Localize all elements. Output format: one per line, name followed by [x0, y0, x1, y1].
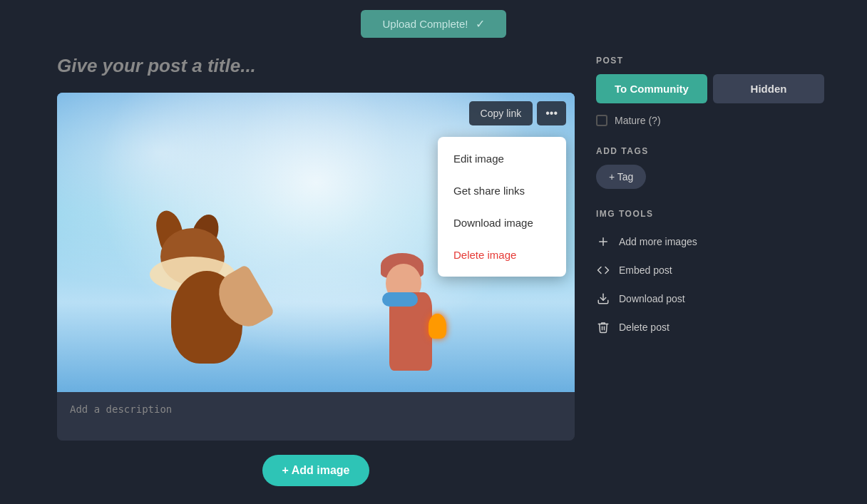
image-toolbar: Copy link ••• Edit image Get share links… — [469, 101, 566, 125]
mature-row: Mature (?) — [596, 115, 824, 126]
copy-link-button[interactable]: Copy link — [469, 101, 533, 125]
description-area — [57, 392, 575, 441]
eevee-figure — [150, 221, 264, 364]
image-area: Copy link ••• Edit image Get share links… — [57, 93, 575, 392]
download-post-row[interactable]: Download post — [596, 284, 824, 313]
trainer-figure — [375, 228, 446, 371]
top-bar: Upload Complete! ✓ — [0, 0, 867, 45]
checkmark-icon: ✓ — [476, 17, 485, 31]
img-tools-section: IMG TOOLS Add more images Embed post Dow… — [596, 209, 824, 341]
left-panel: Copy link ••• Edit image Get share links… — [57, 52, 575, 486]
delete-post-row[interactable]: Delete post — [596, 313, 824, 341]
image-container: Copy link ••• Edit image Get share links… — [57, 93, 575, 441]
description-input[interactable] — [70, 403, 562, 426]
download-icon — [596, 292, 610, 306]
more-options-button[interactable]: ••• — [537, 101, 566, 125]
get-share-links-item[interactable]: Get share links — [438, 175, 566, 207]
add-tags-label: ADD TAGS — [596, 146, 824, 156]
more-dots-icon: ••• — [545, 107, 558, 120]
embed-post-label: Embed post — [619, 264, 672, 276]
add-more-images-label: Add more images — [619, 236, 697, 247]
upload-complete-label: Upload Complete! — [382, 18, 468, 30]
trash-icon — [596, 320, 610, 334]
mature-label: Mature (?) — [615, 115, 661, 126]
embed-post-row[interactable]: Embed post — [596, 256, 824, 284]
add-tag-button[interactable]: + Tag — [596, 165, 646, 189]
code-icon — [596, 263, 610, 277]
delete-post-label: Delete post — [619, 322, 670, 333]
download-image-item[interactable]: Download image — [438, 207, 566, 239]
edit-image-item[interactable]: Edit image — [438, 143, 566, 175]
trainer-scarf — [382, 292, 418, 307]
upload-complete-button[interactable]: Upload Complete! ✓ — [361, 10, 506, 38]
post-title-input[interactable] — [57, 52, 575, 80]
post-buttons: To Community Hidden — [596, 74, 824, 103]
right-panel: POST To Community Hidden Mature (?) ADD … — [596, 52, 824, 486]
img-tools-label: IMG TOOLS — [596, 209, 824, 219]
add-image-button[interactable]: + Add image — [262, 455, 370, 486]
main-layout: Copy link ••• Edit image Get share links… — [0, 45, 867, 500]
add-more-images-row[interactable]: Add more images — [596, 227, 824, 256]
mature-checkbox[interactable] — [596, 115, 607, 126]
to-community-button[interactable]: To Community — [596, 74, 707, 103]
download-post-label: Download post — [619, 293, 685, 304]
plus-icon — [596, 235, 610, 249]
delete-image-item[interactable]: Delete image — [438, 239, 566, 271]
trainer-flame — [429, 314, 446, 339]
hidden-button[interactable]: Hidden — [713, 74, 824, 103]
dropdown-menu: Edit image Get share links Download imag… — [438, 137, 566, 277]
add-tags-section: ADD TAGS + Tag — [596, 146, 824, 189]
post-section-label: POST — [596, 56, 824, 66]
